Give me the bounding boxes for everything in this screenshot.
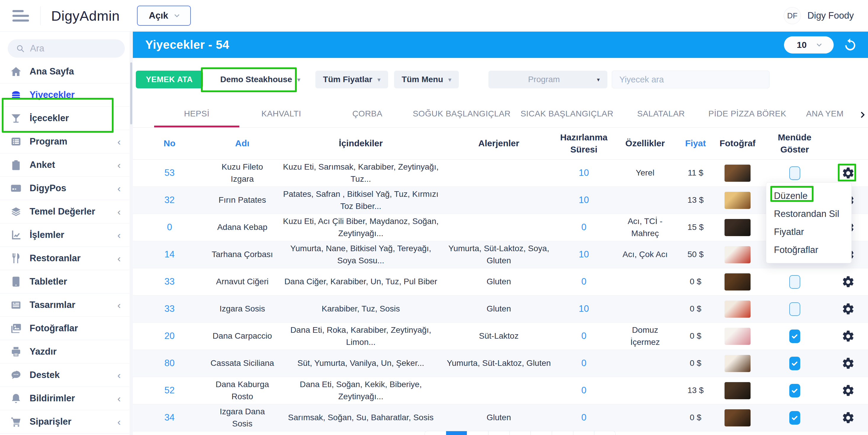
page-size-dropdown[interactable]: 10	[784, 36, 834, 54]
menu-visibility-checkbox[interactable]	[789, 357, 800, 370]
menu-visibility-checkbox[interactable]	[789, 166, 800, 180]
column-header: Fotoğraf	[714, 128, 761, 159]
prices-dropdown[interactable]: Tüm Fiyatlar ▾	[315, 71, 388, 88]
cell-features: Acı, Çok Acı	[613, 241, 677, 268]
sidebar-item-label: Siparişler	[30, 416, 71, 427]
sidebar-search-input[interactable]	[30, 43, 121, 54]
sidebar-item-ana-sayfa[interactable]: Ana Sayfa	[0, 60, 130, 83]
sidebar-item-tasarimlar[interactable]: Tasarımlar‹	[0, 294, 130, 317]
tab-salatalar[interactable]: SALATALAR	[622, 102, 700, 127]
menu-dropdown[interactable]: Tüm Menu ▾	[394, 71, 459, 88]
gear-icon[interactable]	[841, 275, 855, 289]
restaurant-dropdown[interactable]: Demo Steakhouse ▾	[213, 71, 308, 88]
sidebar-item-yazdir[interactable]: Yazdır	[0, 340, 130, 364]
chevron-left-icon: ‹	[118, 253, 121, 263]
page-button[interactable]	[574, 431, 595, 435]
cell-prep: 0	[554, 404, 613, 431]
sidebar-item-label: Restoranlar	[30, 253, 81, 264]
sidebar-item-digypos[interactable]: DigyPos‹	[0, 177, 130, 200]
cell-prep: 0	[554, 214, 613, 241]
cell-no: 14	[133, 241, 206, 268]
cell-actions	[828, 296, 868, 323]
cell-no: 52	[133, 377, 206, 404]
assign-food-button[interactable]: YEMEK ATA	[136, 71, 203, 88]
cell-price: 11 $	[677, 160, 714, 187]
gear-icon[interactable]	[841, 384, 855, 398]
column-header: Fiyat	[677, 128, 714, 159]
tab-sicak-başlangiçlar[interactable]: SICAK BAŞLANGIÇLAR	[512, 102, 622, 127]
program-dropdown[interactable]: Program ▾	[489, 71, 607, 88]
status-dropdown-label: Açık	[149, 10, 168, 21]
sidebar-item-restoranlar[interactable]: Restoranlar‹	[0, 247, 130, 270]
page-button[interactable]	[531, 431, 552, 435]
menu-visibility-checkbox[interactable]	[789, 275, 800, 289]
status-dropdown[interactable]: Açık	[137, 6, 191, 26]
cell-ingredients: Patates, Safran , Bitkisel Yağ, Tuz, Kır…	[278, 187, 443, 214]
burger-icon	[10, 89, 22, 101]
hamburger-menu-icon[interactable]	[0, 10, 35, 22]
tab-ana-yem[interactable]: ANA YEM	[795, 102, 855, 127]
avatar[interactable]: DF	[784, 7, 801, 24]
gear-icon[interactable]	[841, 357, 855, 370]
cell-features: Yerel	[613, 160, 677, 187]
sidebar-item-tabletler[interactable]: Tabletler	[0, 270, 130, 294]
menu-visibility-checkbox[interactable]	[789, 302, 800, 316]
sidebar-item-anket[interactable]: Anket‹	[0, 154, 130, 177]
page-button[interactable]	[552, 431, 574, 435]
page-button[interactable]	[489, 431, 510, 435]
gear-icon[interactable]	[841, 330, 855, 343]
chevron-left-icon: ‹	[118, 417, 121, 427]
chart-icon	[10, 229, 22, 241]
tab-pi̇de-pi̇zza-börek[interactable]: PİDE PİZZA BÖREK	[700, 102, 795, 127]
sidebar-search[interactable]	[8, 39, 125, 58]
chevron-down-icon	[816, 41, 822, 46]
page-button[interactable]	[510, 431, 531, 435]
cell-actions	[828, 268, 868, 295]
cell-no: 0	[133, 214, 206, 241]
tab-çorba[interactable]: ÇORBA	[323, 102, 411, 127]
sidebar-item-bildirimler[interactable]: Bildirimler‹	[0, 387, 130, 410]
sidebar-item-icecekler[interactable]: İçecekler	[0, 107, 130, 130]
page-button[interactable]	[425, 431, 446, 435]
scrollbar-thumb[interactable]	[130, 62, 132, 125]
restaurant-dropdown-value: Demo Steakhouse	[220, 75, 292, 84]
menu-item-fotoğraflar[interactable]: Fotoğraflar	[766, 241, 851, 259]
sidebar-item-temel-degerler[interactable]: Temel Değerler‹	[0, 200, 130, 224]
tab-soğuk-başlangiçlar[interactable]: SOĞUK BAŞLANGIÇLAR	[411, 102, 512, 127]
sidebar-item-destek[interactable]: Destek‹	[0, 364, 130, 387]
refresh-icon[interactable]	[842, 37, 858, 53]
tabs-scroll-right[interactable]	[855, 102, 868, 127]
food-search[interactable]	[612, 71, 770, 88]
gear-icon[interactable]	[841, 411, 855, 425]
gear-icon[interactable]	[841, 166, 855, 180]
table-row: 34Izgara Dana SosisSarımsak, Soğan, Su, …	[133, 404, 868, 431]
sidebar-item-fotograflar[interactable]: Fotoğraflar	[0, 317, 130, 340]
menu-visibility-checkbox[interactable]	[789, 330, 800, 343]
tab-hepsi̇[interactable]: HEPSİ	[154, 102, 239, 127]
sidebar-scrollbar[interactable]	[130, 32, 133, 435]
gear-icon[interactable]	[841, 302, 855, 316]
sidebar-item-siparisler[interactable]: Siparişler‹	[0, 410, 130, 434]
sidebar-item-yiyecekler[interactable]: Yiyecekler	[0, 83, 130, 107]
page-button[interactable]	[446, 431, 467, 435]
sidebar-item-label: Destek	[30, 370, 60, 380]
cell-prep: 10	[554, 241, 613, 268]
sidebar-item-program[interactable]: Program‹	[0, 130, 130, 154]
tab-kahvalti[interactable]: KAHVALTI	[239, 102, 323, 127]
table-row: 14Tarhana ÇorbasıYumurta, Nane, Bitkisel…	[133, 241, 868, 268]
menu-item-düzenle[interactable]: Düzenle	[766, 187, 851, 205]
cell-photo	[714, 350, 761, 377]
sidebar-item-islemler[interactable]: İşlemler‹	[0, 224, 130, 247]
triangle-down-icon: ▾	[597, 76, 600, 83]
menu-visibility-checkbox[interactable]	[789, 411, 800, 425]
menu-item-fiyatlar[interactable]: Fiyatlar	[766, 223, 851, 241]
food-search-input[interactable]	[619, 75, 762, 85]
page-button[interactable]	[467, 431, 489, 435]
column-header: Özellikler	[613, 128, 677, 159]
page-button[interactable]	[594, 431, 615, 435]
menu-item-restorandan-sil[interactable]: Restorandan Sil	[766, 205, 851, 223]
cell-allergens	[443, 214, 554, 241]
category-tabs: HEPSİKAHVALTIÇORBASOĞUK BAŞLANGIÇLARSICA…	[133, 102, 868, 128]
cell-features	[613, 187, 677, 214]
menu-visibility-checkbox[interactable]	[789, 384, 800, 398]
